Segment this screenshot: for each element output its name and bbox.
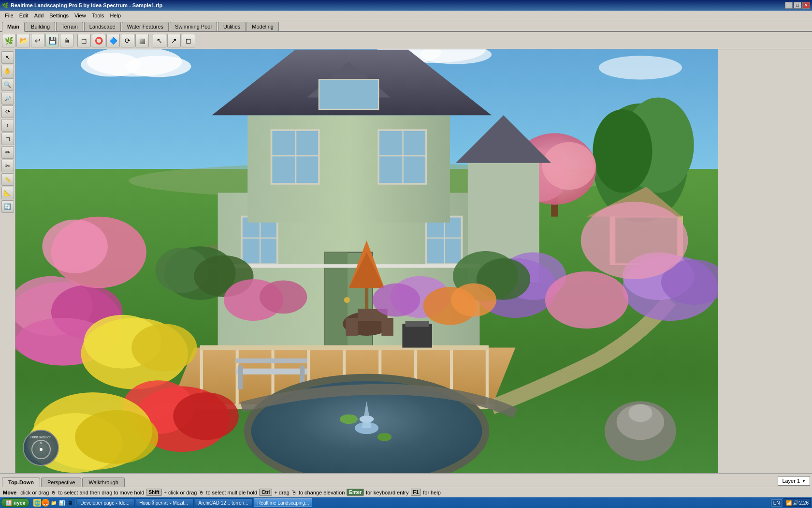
svg-point-115 bbox=[451, 284, 496, 317]
svg-rect-41 bbox=[378, 155, 426, 156]
svg-point-95 bbox=[75, 410, 158, 464]
tab-modeling[interactable]: Modeling bbox=[246, 22, 279, 31]
toolbar-btn12[interactable]: ↗ bbox=[167, 34, 181, 47]
svg-point-89 bbox=[131, 324, 197, 372]
menu-file[interactable]: File bbox=[2, 12, 16, 19]
toolbar-btn8[interactable]: 🔷 bbox=[106, 34, 120, 47]
svg-point-97 bbox=[42, 220, 107, 273]
svg-rect-72 bbox=[238, 365, 243, 389]
titlebar-left: 🌿 Realtime Landscaping Pro 5 by Idea Spe… bbox=[2, 2, 162, 9]
menu-view[interactable]: View bbox=[72, 12, 89, 19]
tool-zoom-in[interactable]: 🔍 bbox=[1, 78, 14, 91]
minimize-button[interactable]: _ bbox=[785, 2, 793, 9]
ql-ie-icon[interactable]: 🌐 bbox=[33, 499, 41, 507]
tool-measure[interactable]: 📏 bbox=[1, 173, 14, 186]
toolbar-btn11[interactable]: ↖ bbox=[153, 34, 166, 47]
ql-firefox-icon[interactable]: 🦊 bbox=[42, 499, 49, 507]
svg-point-3 bbox=[126, 56, 191, 77]
toolbar-new-btn[interactable]: 🌿 bbox=[2, 34, 15, 47]
toolbar-btn7[interactable]: ⭕ bbox=[92, 34, 105, 47]
tab-water-features[interactable]: Water Features bbox=[122, 22, 169, 31]
menu-tools[interactable]: Tools bbox=[89, 12, 107, 19]
taskbar-item-label-1: Новый релиз - Mozil... bbox=[139, 500, 188, 506]
status-move: Move bbox=[3, 490, 16, 495]
toolbar-open-btn[interactable]: 📂 bbox=[16, 34, 30, 47]
tool-elevation[interactable]: ↕ bbox=[1, 119, 14, 132]
orbit-circle: N bbox=[31, 440, 51, 459]
menu-settings[interactable]: Settings bbox=[46, 12, 72, 19]
tool-select[interactable]: ↖ bbox=[1, 51, 14, 64]
svg-rect-27 bbox=[260, 217, 261, 265]
toolbar-btn6[interactable]: ◻ bbox=[77, 34, 91, 47]
taskbar-item-1[interactable]: Новый релиз - Mozil... bbox=[136, 498, 194, 507]
status-text3: + click or drag bbox=[164, 490, 197, 495]
ql-icon4[interactable]: 📊 bbox=[58, 499, 66, 507]
tab-terrain[interactable]: Terrain bbox=[56, 22, 83, 31]
shift-key: Shift bbox=[146, 489, 161, 496]
tool-angle[interactable]: 📐 bbox=[1, 187, 14, 199]
toolbar-btn13[interactable]: ◻ bbox=[182, 34, 195, 47]
tab-topdown[interactable]: Top-Down bbox=[2, 478, 40, 487]
tab-perspective[interactable]: Perspective bbox=[41, 478, 81, 487]
toolbar-btn10[interactable]: ▦ bbox=[135, 34, 149, 47]
menu-edit[interactable]: Edit bbox=[16, 12, 31, 19]
toolbar-save-btn[interactable]: 💾 bbox=[45, 34, 59, 47]
layer-label: Layer 1 bbox=[782, 478, 800, 484]
menu-add[interactable]: Add bbox=[31, 12, 47, 19]
start-button[interactable]: 🪟 пуск bbox=[1, 498, 29, 507]
status-text6: to change elevation bbox=[299, 490, 345, 495]
tab-main[interactable]: Main bbox=[2, 22, 25, 32]
orbit-compass[interactable]: Orbit Rotation N bbox=[23, 430, 59, 466]
tool-cut[interactable]: ✂ bbox=[1, 160, 14, 172]
status-text7: for keyboard entry bbox=[366, 490, 409, 495]
quick-launch: 🌐 🦊 📁 📊 🖥 bbox=[33, 499, 76, 507]
status-text1: click or drag bbox=[20, 490, 49, 495]
tab-landscape[interactable]: Landscape bbox=[84, 22, 121, 31]
viewport[interactable]: Orbit Rotation N bbox=[15, 49, 718, 473]
svg-rect-66 bbox=[358, 309, 373, 321]
svg-rect-37 bbox=[295, 130, 296, 184]
layer-indicator[interactable]: Layer 1 ▼ bbox=[778, 476, 810, 486]
taskbar-item-label-2: ArchiCAD 12 :: torren... bbox=[198, 500, 248, 506]
tool-rect[interactable]: ◻ bbox=[1, 133, 14, 145]
tool-orbit[interactable]: ⟳ bbox=[1, 105, 14, 118]
start-icon: 🪟 bbox=[5, 500, 12, 506]
svg-rect-40 bbox=[402, 130, 403, 184]
network-icon: 📶 bbox=[786, 500, 792, 506]
close-button[interactable]: × bbox=[802, 2, 810, 9]
svg-point-111 bbox=[260, 280, 307, 314]
svg-rect-64 bbox=[346, 318, 358, 336]
bottom-tab-bar: Top-Down Perspective Walkthrough Layer 1… bbox=[0, 473, 812, 487]
menu-help[interactable]: Help bbox=[107, 12, 124, 19]
svg-point-92 bbox=[173, 392, 238, 440]
maximize-button[interactable]: □ bbox=[794, 2, 801, 9]
tool-zoom-out[interactable]: 🔎 bbox=[1, 92, 14, 105]
svg-point-16 bbox=[542, 142, 596, 190]
cursor-icon2: 🖱 bbox=[199, 490, 204, 495]
titlebar-controls[interactable]: _ □ × bbox=[785, 2, 810, 9]
tab-building[interactable]: Building bbox=[26, 22, 55, 31]
taskbar-item-3[interactable]: Realtime Landscaping... bbox=[254, 498, 312, 507]
tool-pan[interactable]: ✋ bbox=[1, 65, 14, 77]
taskbar-item-0[interactable]: Developer page - Ide... bbox=[77, 498, 135, 507]
svg-rect-70 bbox=[236, 369, 307, 374]
tool-rotate[interactable]: 🔄 bbox=[1, 200, 14, 213]
tab-swimming-pool[interactable]: Swimming Pool bbox=[170, 22, 217, 31]
lang-indicator: EN bbox=[771, 499, 782, 507]
ql-icon3[interactable]: 📁 bbox=[50, 499, 58, 507]
window-title: Realtime Landscaping Pro 5 by Idea Spect… bbox=[11, 2, 162, 8]
svg-rect-58 bbox=[200, 345, 489, 350]
tab-utilities[interactable]: Utilities bbox=[218, 22, 246, 31]
taskbar-item-label-3: Realtime Landscaping... bbox=[257, 500, 309, 506]
toolbar-btn9[interactable]: ⟳ bbox=[121, 34, 134, 47]
svg-point-116 bbox=[340, 414, 358, 424]
svg-point-7 bbox=[599, 56, 682, 79]
toolbar-btn5[interactable]: 🖱 bbox=[60, 34, 73, 47]
tool-draw[interactable]: ✏ bbox=[1, 146, 14, 159]
svg-point-113 bbox=[373, 284, 420, 317]
toolbar-undo-btn[interactable]: ↩ bbox=[31, 34, 44, 47]
tab-walkthrough[interactable]: Walkthrough bbox=[82, 478, 124, 487]
ql-icon5[interactable]: 🖥 bbox=[66, 499, 74, 507]
svg-rect-68 bbox=[402, 324, 432, 347]
taskbar-item-2[interactable]: ArchiCAD 12 :: torren... bbox=[195, 498, 253, 507]
